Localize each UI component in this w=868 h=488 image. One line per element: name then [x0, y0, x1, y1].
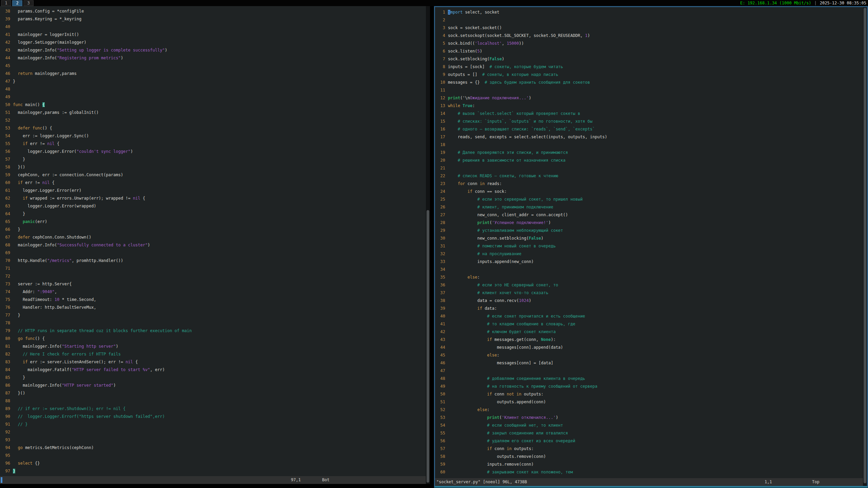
left-vim-ruler-line: 97,1 Bot	[0, 476, 426, 484]
code-line: 88	[0, 397, 426, 405]
code-line: 91 // }	[0, 421, 426, 428]
code-segment	[448, 181, 458, 186]
code-segment: new_conn.setblocking(	[448, 236, 529, 241]
code-segment	[448, 220, 477, 225]
code-segment	[448, 150, 458, 155]
code-text: go metrics.GetMetrics(cephConn)	[10, 444, 94, 452]
line-number: 8	[435, 63, 445, 71]
code-text	[445, 141, 448, 149]
line-number: 58	[0, 163, 10, 171]
code-text: # закрыл соединение или отвалился	[445, 429, 568, 437]
code-segment: if	[477, 306, 482, 311]
code-segment: ,	[502, 41, 507, 46]
code-text: # если сообщений нет, то клиент	[445, 422, 563, 429]
code-segment: err := logger.Logger.Sync()	[13, 134, 89, 138]
code-segment: in	[507, 446, 511, 451]
line-number: 49	[435, 383, 445, 390]
code-line: 37 # клиент хочет что-то сказать	[435, 289, 862, 297]
code-segment: select	[18, 461, 32, 466]
code-segment: # сокеты, которые будем читать	[490, 64, 563, 69]
code-segment: False	[490, 57, 502, 61]
code-text: outputs.remove(conn)	[445, 453, 546, 461]
code-text: # Далее проверяются эти списки, и приним…	[445, 149, 568, 157]
datetime-display: 2025-12-30 08:35:05	[820, 1, 866, 5]
line-number: 56	[435, 437, 445, 445]
code-line: 16 # одного – возвращает списки: `reads`…	[435, 125, 862, 133]
code-segment: mport	[450, 10, 462, 15]
code-segment: ":9040"	[37, 289, 55, 294]
code-text	[445, 86, 448, 94]
code-line: 14 # вызов `select.select` который прове…	[435, 110, 862, 118]
terminal-cursor	[1, 477, 2, 483]
code-text: # если это НЕ серверный сокет, то	[445, 281, 558, 289]
workspace-button-3[interactable]: 3	[23, 0, 34, 6]
left-terminal-scrollbar[interactable]	[426, 6, 430, 484]
left-terminal-vim-go[interactable]: 38 params.Config = *configFile39 params.…	[0, 6, 426, 484]
code-line: 1import select, socket	[435, 8, 862, 16]
right-terminal-scrollbar[interactable]	[863, 7, 867, 486]
code-line: 35 else:	[435, 273, 862, 281]
code-line: 59 inputs.remove(conn)	[435, 461, 862, 468]
code-line: 58 outputs.remove(conn)	[435, 453, 862, 461]
code-line: 7sock.setblocking(False)	[435, 55, 862, 63]
line-number: 38	[0, 7, 10, 15]
code-text: go func() {	[10, 335, 45, 343]
python-code-buffer[interactable]: 1import select, socket23sock = socket.so…	[435, 7, 862, 476]
scrollbar-thumb[interactable]	[864, 8, 866, 483]
code-line: 56 logger.Logger.Error("couldn't sync lo…	[0, 148, 426, 156]
code-line: 51 outputs.append(conn)	[435, 398, 862, 406]
line-number: 28	[435, 219, 445, 227]
line-number: 80	[0, 335, 10, 343]
code-segment: }()	[13, 165, 25, 169]
code-segment: "Starting http server"	[62, 344, 116, 349]
line-number: 9	[435, 71, 445, 79]
line-number: 46	[0, 70, 10, 78]
scrollbar-thumb[interactable]	[427, 210, 429, 483]
code-segment: if	[23, 141, 27, 146]
code-text: else:	[445, 351, 499, 359]
code-segment: while	[448, 103, 460, 108]
code-line: 71	[0, 265, 426, 272]
code-segment: # список READS – сокеты, готовые к чтени…	[458, 174, 558, 178]
code-segment: params.Config = *configFile	[13, 9, 84, 14]
code-segment: mainlogger,params := globalInit()	[13, 110, 99, 115]
code-text: # если сокет прочитался и есть сообщение	[445, 312, 585, 320]
code-line: 68 mainlogger.Info("Successfully connect…	[0, 241, 426, 249]
code-segment: logger.Logger.Error(err)	[13, 188, 81, 193]
code-line: 90 // logger.Logger.Errorf("https server…	[0, 413, 426, 421]
code-text: http.Handle("/metrics", promhttp.Handler…	[10, 257, 123, 265]
code-segment	[13, 445, 18, 450]
go-code-buffer[interactable]: 38 params.Config = *configFile39 params.…	[0, 6, 426, 475]
code-line: 39 params.Keyring = *_keyring	[0, 15, 426, 23]
scroll-indicator: Bot	[322, 476, 330, 484]
line-number: 84	[0, 366, 10, 374]
code-segment: # сокеты, в которые надо писать	[482, 72, 558, 77]
code-segment: () {	[35, 336, 45, 341]
line-number: 55	[435, 429, 445, 437]
code-text: # если это серверный сокет, то пришел но…	[445, 196, 583, 203]
code-segment: if	[18, 180, 22, 185]
line-number: 92	[0, 428, 10, 436]
line-number: 83	[0, 358, 10, 366]
code-segment: # добавляем соединение клиента в очередь	[487, 376, 585, 381]
code-segment	[448, 228, 477, 233]
code-segment: False	[529, 236, 541, 241]
workspace-button-1[interactable]: 1	[1, 0, 11, 6]
code-segment: 'Успешное подключение!'	[492, 220, 548, 225]
code-line: 79 // HTTP runs in separate thread cuz i…	[0, 327, 426, 335]
code-segment: else	[487, 353, 497, 358]
line-number: 66	[0, 226, 10, 233]
workspace-button-2[interactable]: 2	[12, 0, 22, 6]
code-text: defer cephConn.Conn.Shutdown()	[10, 233, 91, 241]
code-segment: , err)	[150, 367, 165, 372]
code-line: 62 if wrapped := errors.Unwrap(err); wra…	[0, 195, 426, 202]
code-segment: not	[507, 392, 514, 396]
code-segment: {}	[33, 461, 40, 466]
code-segment: reads, send, excepts = select.select(inp…	[448, 135, 607, 139]
code-text: // Here I check for errors if HTTP fails	[10, 350, 121, 358]
code-segment: for	[458, 181, 465, 186]
code-segment: # решения в зависимости от назначения сп…	[458, 158, 566, 163]
code-segment	[13, 352, 23, 357]
right-terminal-vim-python[interactable]: 1import select, socket23sock = socket.so…	[434, 6, 868, 488]
code-segment: 1	[585, 33, 588, 38]
